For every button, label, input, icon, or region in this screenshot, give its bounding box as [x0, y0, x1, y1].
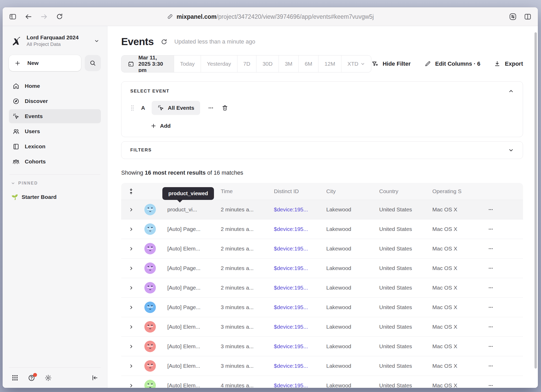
sidebar-item-discover[interactable]: Discover — [9, 94, 101, 108]
chevron-up-icon[interactable] — [508, 88, 514, 94]
edit-columns-button[interactable]: Edit Columns · 6 — [424, 60, 481, 67]
settings-gear-icon[interactable] — [45, 374, 52, 382]
row-expand-chevron-icon[interactable] — [121, 227, 141, 232]
country-cell: United States — [379, 363, 432, 369]
distinct-id-link[interactable]: $device:195... — [274, 363, 326, 369]
distinct-id-link[interactable]: $device:195... — [274, 304, 326, 310]
time-cell: 2 minutes a... — [221, 246, 274, 252]
distinct-id-link[interactable]: $device:195... — [274, 382, 326, 388]
table-row[interactable]: [Auto] Page...2 minutes a...$device:195.… — [121, 258, 523, 278]
address-bar[interactable]: mixpanel.com/project/3472420/view/397469… — [167, 13, 374, 20]
row-expand-chevron-icon[interactable] — [121, 383, 141, 388]
row-menu-icon[interactable] — [486, 381, 495, 388]
pinned-item[interactable]: 🌱Starter Board — [9, 190, 101, 204]
table-row[interactable]: [Auto] Elem...3 minutes a...$device:195.… — [121, 317, 523, 336]
project-switcher[interactable]: Lord Farquaad 2024 All Project Data — [9, 33, 101, 47]
export-label: Export — [505, 60, 523, 67]
time-cell: 2 minutes a... — [221, 265, 274, 271]
pinned-section-header[interactable]: PINNED — [9, 180, 101, 186]
table-row[interactable]: [Auto] Page...2 minutes a...$device:195.… — [121, 278, 523, 297]
date-preset-today[interactable]: Today — [174, 56, 201, 72]
row-expand-chevron-icon[interactable] — [121, 266, 141, 271]
row-menu-icon[interactable] — [486, 224, 495, 234]
row-expand-chevron-icon[interactable] — [121, 305, 141, 310]
hide-filter-button[interactable]: Hide Filter — [371, 60, 411, 68]
row-menu-icon[interactable] — [486, 205, 495, 214]
sidebar-toggle-icon[interactable] — [9, 13, 17, 21]
date-preset-6m[interactable]: 6M — [298, 56, 318, 72]
table-row[interactable]: product_vi...2 minutes a...$device:195..… — [121, 200, 523, 219]
sidebar-item-users[interactable]: Users — [9, 124, 101, 138]
select-event-title: SELECT EVENT — [130, 89, 169, 94]
collapse-sidebar-icon[interactable] — [91, 374, 98, 381]
sidebar-item-events[interactable]: Events — [9, 109, 101, 123]
distinct-id-link[interactable]: $device:195... — [274, 265, 326, 271]
sidebar-item-lexicon[interactable]: Lexicon — [9, 139, 101, 154]
date-preset-3m[interactable]: 3M — [279, 56, 298, 72]
row-expand-chevron-icon[interactable] — [121, 285, 141, 290]
row-menu-icon[interactable] — [486, 264, 495, 273]
apps-grid-icon[interactable] — [11, 374, 19, 381]
time-cell: 4 minutes a... — [221, 382, 274, 388]
sidebar-item-home[interactable]: Home — [9, 79, 101, 93]
sort-icon[interactable] — [121, 188, 141, 195]
date-preset-12m[interactable]: 12M — [318, 56, 341, 72]
search-button[interactable] — [85, 55, 101, 71]
row-menu-icon[interactable] — [486, 283, 495, 292]
table-row[interactable]: [Auto] Page...2 minutes a...$device:195.… — [121, 219, 523, 239]
new-button[interactable]: New — [9, 55, 81, 71]
distinct-id-link[interactable]: $device:195... — [274, 206, 326, 213]
row-expand-chevron-icon[interactable] — [121, 324, 141, 329]
drag-handle-icon[interactable] — [130, 105, 134, 111]
event-avatar — [141, 380, 160, 388]
date-preset-7d[interactable]: 7D — [237, 56, 256, 72]
distinct-id-link[interactable]: $device:195... — [274, 285, 326, 291]
time-cell: 2 minutes a... — [221, 226, 274, 232]
date-preset-yesterday[interactable]: Yesterday — [201, 56, 237, 72]
row-expand-chevron-icon[interactable] — [121, 207, 141, 212]
row-expand-chevron-icon[interactable] — [121, 246, 141, 251]
column-header-country[interactable]: Country — [379, 188, 432, 194]
sidebar-item-cohorts[interactable]: Cohorts — [9, 155, 101, 169]
event-options-icon[interactable] — [206, 105, 216, 111]
row-expand-chevron-icon[interactable] — [121, 364, 141, 369]
table-row[interactable]: [Auto] Elem...4 minutes a...$device:195.… — [121, 376, 523, 388]
row-menu-icon[interactable] — [486, 322, 495, 332]
column-header-distinct-id[interactable]: Distinct ID — [274, 188, 326, 194]
distinct-id-link[interactable]: $device:195... — [274, 343, 326, 350]
row-menu-icon[interactable] — [486, 342, 495, 351]
date-preset-30d[interactable]: 30D — [256, 56, 279, 72]
date-preset-xtd[interactable]: XTD — [341, 56, 371, 72]
table-row[interactable]: [Auto] Elem...2 minutes a...$device:195.… — [121, 239, 523, 258]
distinct-id-link[interactable]: $device:195... — [274, 324, 326, 330]
table-row[interactable]: [Auto] Elem...3 minutes a...$device:195.… — [121, 356, 523, 376]
row-menu-icon[interactable] — [486, 361, 495, 371]
add-event-label: Add — [160, 123, 171, 129]
split-view-icon[interactable] — [524, 13, 532, 21]
column-header-os[interactable]: Operating S — [432, 188, 481, 194]
reload-icon[interactable] — [56, 13, 63, 20]
export-button[interactable]: Export — [494, 60, 523, 67]
row-expand-chevron-icon[interactable] — [121, 344, 141, 349]
distinct-id-link[interactable]: $device:195... — [274, 226, 326, 232]
table-row[interactable]: [Auto] Page...3 minutes a...$device:195.… — [121, 297, 523, 317]
add-event-button[interactable]: Add — [151, 123, 514, 129]
back-icon[interactable] — [24, 13, 32, 21]
row-menu-icon[interactable] — [486, 303, 495, 312]
chevron-down-icon[interactable] — [508, 147, 514, 153]
page-settings-icon[interactable] — [509, 13, 517, 21]
scrollbar[interactable] — [534, 32, 537, 369]
event-avatar — [141, 302, 160, 313]
table-row[interactable]: [Auto] Elem...3 minutes a...$device:195.… — [121, 336, 523, 356]
help-button[interactable] — [28, 374, 35, 382]
users-icon — [13, 128, 20, 135]
row-menu-icon[interactable] — [486, 244, 495, 253]
forward-icon[interactable] — [40, 13, 48, 21]
distinct-id-link[interactable]: $device:195... — [274, 246, 326, 252]
event-selector-pill[interactable]: All Events — [152, 101, 200, 115]
delete-event-icon[interactable] — [222, 105, 228, 111]
column-header-city[interactable]: City — [326, 188, 379, 194]
column-header-time[interactable]: Time — [221, 188, 274, 194]
date-picker-button[interactable]: Mar 11, 2025 3:30 pm — [121, 56, 174, 72]
refresh-icon[interactable] — [161, 38, 168, 45]
